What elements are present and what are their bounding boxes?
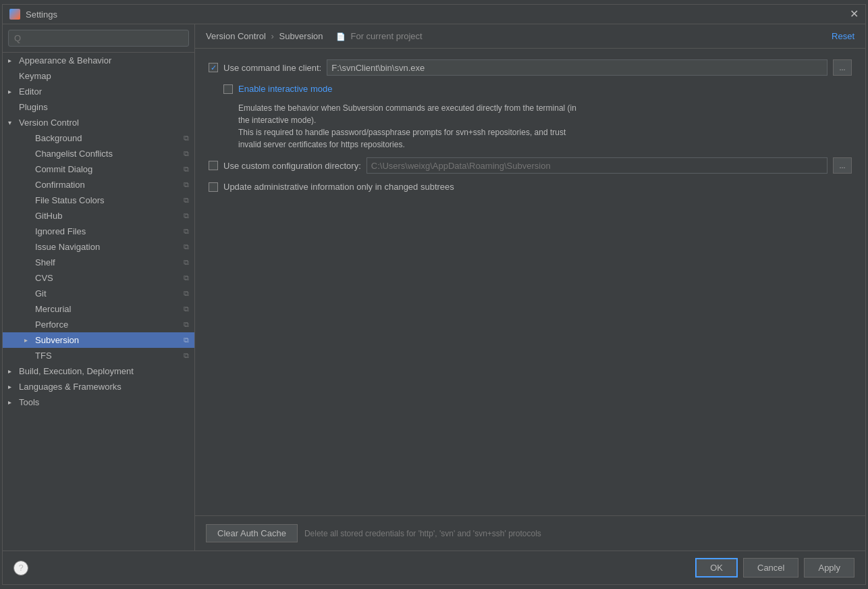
sidebar-item-appearance[interactable]: ▸Appearance & Behavior: [3, 53, 194, 68]
breadcrumb-separator: ›: [271, 31, 274, 41]
sidebar-item-build[interactable]: ▸Build, Execution, Deployment: [3, 363, 194, 379]
custom-config-input[interactable]: [367, 157, 828, 174]
sidebar-label-languages: Languages & Frameworks: [19, 382, 189, 392]
tree-arrow-subversion: ▸: [24, 336, 35, 344]
copy-icon-background: ⧉: [184, 134, 189, 143]
copy-icon-mercurial: ⧉: [184, 305, 189, 313]
sidebar-label-appearance: Appearance & Behavior: [19, 55, 189, 66]
sidebar-item-tfs[interactable]: TFS⧉: [3, 348, 194, 363]
sidebar-item-cvs[interactable]: CVS⧉: [3, 270, 194, 286]
sidebar-label-build: Build, Execution, Deployment: [19, 366, 189, 376]
sidebar-item-git[interactable]: Git⧉: [3, 286, 194, 301]
cancel-button[interactable]: Cancel: [743, 558, 798, 578]
sidebar: ▸Appearance & BehaviorKeymap▸EditorPlugi…: [3, 24, 195, 550]
sidebar-label-version-control: Version Control: [19, 118, 189, 128]
copy-icon-perforce: ⧉: [184, 320, 189, 329]
use-cmd-client-checkbox[interactable]: [209, 63, 218, 72]
sidebar-label-subversion: Subversion: [35, 335, 181, 345]
sidebar-item-ignored-files[interactable]: Ignored Files⧉: [3, 224, 194, 239]
search-box: [3, 24, 194, 53]
sidebar-item-file-status-colors[interactable]: File Status Colors⧉: [3, 193, 194, 208]
sidebar-label-tools: Tools: [19, 397, 189, 407]
interactive-section: Enable interactive mode Emulates the beh…: [223, 84, 852, 151]
content-body: Use command line client: ... Enable inte…: [195, 49, 865, 515]
copy-icon-cvs: ⧉: [184, 274, 189, 282]
content-header: Version Control › Subversion 📄 For curre…: [195, 24, 865, 49]
sidebar-item-issue-navigation[interactable]: Issue Navigation⧉: [3, 239, 194, 255]
custom-config-checkbox[interactable]: [209, 161, 218, 170]
sidebar-item-shelf[interactable]: Shelf⧉: [3, 255, 194, 270]
sidebar-label-perforce: Perforce: [35, 319, 181, 330]
bottom-bar: ? OK Cancel Apply: [3, 550, 865, 584]
sidebar-item-languages[interactable]: ▸Languages & Frameworks: [3, 379, 194, 394]
close-button[interactable]: ✕: [850, 9, 859, 20]
sidebar-label-mercurial: Mercurial: [35, 304, 181, 314]
sidebar-item-plugins[interactable]: Plugins: [3, 99, 194, 115]
tree-arrow-version-control: ▾: [8, 119, 19, 126]
clear-auth-cache-button[interactable]: Clear Auth Cache: [206, 524, 298, 542]
clear-auth-info: Delete all stored credentials for 'http'…: [304, 529, 541, 538]
ok-button[interactable]: OK: [695, 558, 738, 578]
apply-button[interactable]: Apply: [804, 558, 855, 578]
sidebar-label-editor: Editor: [19, 86, 189, 97]
browse-button[interactable]: ...: [833, 59, 852, 76]
title-bar: Settings ✕: [3, 5, 865, 24]
search-input[interactable]: [8, 30, 189, 47]
copy-icon-git: ⧉: [184, 289, 189, 298]
sidebar-label-ignored-files: Ignored Files: [35, 226, 181, 236]
copy-icon-changelist-conflicts: ⧉: [184, 149, 189, 158]
sidebar-label-background: Background: [35, 133, 181, 143]
tree-arrow-tools: ▸: [8, 399, 19, 406]
breadcrumb-current: Subversion: [279, 31, 323, 41]
sidebar-item-mercurial[interactable]: Mercurial⧉: [3, 301, 194, 317]
sidebar-item-commit-dialog[interactable]: Commit Dialog⧉: [3, 161, 194, 177]
tree-arrow-editor: ▸: [8, 88, 19, 95]
sidebar-label-shelf: Shelf: [35, 257, 181, 267]
reset-button[interactable]: Reset: [832, 31, 855, 41]
copy-icon-commit-dialog: ⧉: [184, 165, 189, 174]
custom-config-row: Use custom configuration directory: ...: [209, 157, 852, 174]
sidebar-item-keymap[interactable]: Keymap: [3, 68, 194, 84]
sidebar-item-tools[interactable]: ▸Tools: [3, 394, 194, 410]
update-admin-checkbox[interactable]: [209, 182, 218, 192]
cmd-client-input[interactable]: [327, 59, 828, 76]
sidebar-label-issue-navigation: Issue Navigation: [35, 242, 181, 252]
sidebar-item-version-control[interactable]: ▾Version Control: [3, 115, 194, 130]
app-icon: [9, 9, 20, 20]
sidebar-label-github: GitHub: [35, 211, 181, 221]
custom-config-browse-button[interactable]: ...: [833, 157, 852, 174]
interactive-row: Enable interactive mode: [223, 84, 852, 94]
project-link[interactable]: 📄 For current project: [336, 32, 423, 41]
tree-arrow-appearance: ▸: [8, 57, 19, 64]
cmd-client-label: Use command line client:: [223, 63, 321, 73]
sidebar-label-tfs: TFS: [35, 351, 181, 361]
update-admin-row: Update administrative information only i…: [209, 182, 852, 192]
copy-icon-ignored-files: ⧉: [184, 227, 189, 236]
sidebar-label-cvs: CVS: [35, 273, 181, 283]
interactive-info: Emulates the behavior when Subversion co…: [238, 102, 852, 151]
tree-arrow-build: ▸: [8, 367, 19, 375]
sidebar-item-changelist-conflicts[interactable]: Changelist Conflicts⧉: [3, 146, 194, 161]
interactive-checkbox[interactable]: [223, 84, 233, 94]
copy-icon-tfs: ⧉: [184, 351, 189, 360]
sidebar-item-github[interactable]: GitHub⧉: [3, 208, 194, 224]
content-area: Version Control › Subversion 📄 For curre…: [195, 24, 865, 550]
sidebar-label-plugins: Plugins: [19, 102, 189, 112]
sidebar-item-background[interactable]: Background⧉: [3, 130, 194, 146]
custom-config-label: Use custom configuration directory:: [223, 161, 361, 171]
dialog-buttons: OK Cancel Apply: [695, 558, 855, 578]
copy-icon-issue-navigation: ⧉: [184, 242, 189, 251]
settings-window: Settings ✕ ▸Appearance & BehaviorKeymap▸…: [2, 4, 866, 585]
sidebar-item-perforce[interactable]: Perforce⧉: [3, 317, 194, 332]
settings-tree: ▸Appearance & BehaviorKeymap▸EditorPlugi…: [3, 53, 194, 550]
breadcrumb: Version Control › Subversion 📄 For curre…: [206, 31, 423, 41]
help-button[interactable]: ?: [13, 561, 28, 575]
sidebar-item-confirmation[interactable]: Confirmation⧉: [3, 177, 194, 193]
copy-icon-github: ⧉: [184, 211, 189, 220]
sidebar-item-editor[interactable]: ▸Editor: [3, 84, 194, 99]
tree-arrow-languages: ▸: [8, 383, 19, 390]
sidebar-label-confirmation: Confirmation: [35, 180, 181, 190]
breadcrumb-parent: Version Control: [206, 31, 266, 41]
sidebar-item-subversion[interactable]: ▸Subversion⧉: [3, 332, 194, 348]
sidebar-label-changelist-conflicts: Changelist Conflicts: [35, 149, 181, 159]
